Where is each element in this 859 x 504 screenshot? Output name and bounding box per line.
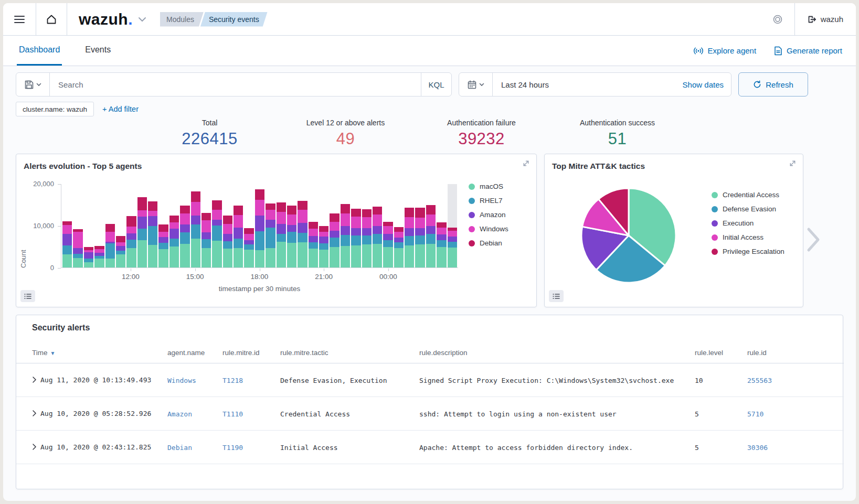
bar-segment-macOS[interactable] xyxy=(169,246,179,267)
add-filter-button[interactable]: + Add filter xyxy=(102,105,139,113)
wazuh-logo[interactable]: wazuh. xyxy=(79,10,133,28)
bar-segment-macOS[interactable] xyxy=(62,254,72,267)
bar-segment-Windows[interactable] xyxy=(255,200,264,215)
bar-segment-RHEL7[interactable] xyxy=(223,241,232,249)
bar-segment-Windows[interactable] xyxy=(191,202,200,215)
bar[interactable] xyxy=(277,184,286,267)
bar-segment-macOS[interactable] xyxy=(362,244,372,267)
bar-segment-Amazon[interactable] xyxy=(309,236,318,242)
bar-segment-macOS[interactable] xyxy=(394,248,404,267)
bar-segment-Debian[interactable] xyxy=(137,197,147,210)
bar[interactable] xyxy=(191,184,200,267)
bar-segment-macOS[interactable] xyxy=(373,244,382,267)
refresh-button[interactable]: Refresh xyxy=(738,72,808,96)
bar-segment-Amazon[interactable] xyxy=(405,228,414,236)
bar-segment-Windows[interactable] xyxy=(277,212,286,224)
bar-segment-RHEL7[interactable] xyxy=(351,235,360,245)
bar-segment-macOS[interactable] xyxy=(415,244,425,267)
agent-name-link[interactable]: Amazon xyxy=(167,410,192,418)
bar-segment-Amazon[interactable] xyxy=(394,238,404,243)
agent-name-link[interactable]: Debian xyxy=(167,444,192,452)
bar-segment-RHEL7[interactable] xyxy=(448,242,457,248)
bar[interactable] xyxy=(437,184,446,267)
tab-dashboard[interactable]: Dashboard xyxy=(17,36,62,66)
bar-segment-RHEL7[interactable] xyxy=(212,226,221,241)
bar-segment-Windows[interactable] xyxy=(223,224,232,234)
bar[interactable] xyxy=(362,184,372,267)
health-status-button[interactable] xyxy=(761,3,794,35)
bar-segment-Amazon[interactable] xyxy=(191,216,200,224)
bar-segment-Amazon[interactable] xyxy=(62,234,72,245)
bar[interactable] xyxy=(405,184,414,267)
kql-toggle-button[interactable]: KQL xyxy=(421,73,451,96)
expand-panel-button[interactable] xyxy=(789,159,797,169)
bar-segment-Debian[interactable] xyxy=(266,203,275,210)
bar-segment-RHEL7[interactable] xyxy=(362,235,372,244)
bar-segment-macOS[interactable] xyxy=(266,248,275,267)
bar-segment-RHEL7[interactable] xyxy=(309,242,318,249)
bar-segment-Amazon[interactable] xyxy=(158,237,168,243)
bar-segment-RHEL7[interactable] xyxy=(405,236,414,245)
legend-item[interactable]: RHEL7 xyxy=(469,194,508,208)
bar-segment-Amazon[interactable] xyxy=(266,220,275,228)
bar-segment-Debian[interactable] xyxy=(394,227,404,232)
bar-segment-RHEL7[interactable] xyxy=(169,239,179,246)
bar[interactable] xyxy=(394,184,404,267)
bar-segment-macOS[interactable] xyxy=(212,241,221,267)
bar-segment-Windows[interactable] xyxy=(212,210,221,219)
sort-by-time-button[interactable]: Time▼ xyxy=(32,349,55,357)
explore-agent-button[interactable]: Explore agent xyxy=(693,46,757,55)
bar[interactable] xyxy=(169,184,179,267)
bar-segment-Amazon[interactable] xyxy=(126,233,136,240)
bar-segment-Amazon[interactable] xyxy=(362,228,372,235)
bar-segment-Debian[interactable] xyxy=(234,206,243,215)
bar-segment-Debian[interactable] xyxy=(277,202,286,212)
bar-segment-Windows[interactable] xyxy=(373,215,382,226)
bar[interactable] xyxy=(202,184,211,267)
bar-segment-RHEL7[interactable] xyxy=(341,235,350,246)
bar[interactable] xyxy=(73,184,82,267)
bar-segment-Windows[interactable] xyxy=(126,227,136,233)
bar-segment-Windows[interactable] xyxy=(341,213,350,226)
bar[interactable] xyxy=(351,184,360,267)
tab-events[interactable]: Events xyxy=(83,36,113,66)
rule-id-link[interactable]: 30306 xyxy=(747,444,768,452)
bar-segment-Amazon[interactable] xyxy=(373,226,382,234)
bar-segment-Windows[interactable] xyxy=(330,222,339,231)
bar-segment-Debian[interactable] xyxy=(244,228,253,234)
bar-segment-RHEL7[interactable] xyxy=(415,235,425,244)
bar-segment-Amazon[interactable] xyxy=(330,231,339,238)
bar-segment-Windows[interactable] xyxy=(202,220,211,232)
bar-segment-Amazon[interactable] xyxy=(448,237,457,242)
bar-segment-RHEL7[interactable] xyxy=(234,239,243,248)
bar-segment-macOS[interactable] xyxy=(383,247,393,267)
bar-segment-Amazon[interactable] xyxy=(116,246,125,251)
bar-segment-macOS[interactable] xyxy=(202,248,211,267)
bar-segment-macOS[interactable] xyxy=(94,259,104,267)
bar-segment-macOS[interactable] xyxy=(255,250,264,267)
bar-segment-macOS[interactable] xyxy=(158,249,168,267)
bar-segment-Debian[interactable] xyxy=(223,216,232,224)
bar-segment-RHEL7[interactable] xyxy=(298,233,307,242)
bar-segment-macOS[interactable] xyxy=(116,254,125,267)
bar-segment-macOS[interactable] xyxy=(351,245,360,267)
bar-segment-Amazon[interactable] xyxy=(234,228,243,239)
bar-segment-Windows[interactable] xyxy=(105,232,115,241)
show-dates-button[interactable]: Show dates xyxy=(683,80,724,89)
filter-pill-cluster-name[interactable]: cluster.name: wazuh xyxy=(16,102,94,116)
bar-segment-Windows[interactable] xyxy=(234,215,243,228)
bar-segment-Windows[interactable] xyxy=(244,234,253,240)
bar-segment-RHEL7[interactable] xyxy=(202,239,211,248)
bar[interactable] xyxy=(373,184,382,267)
bar-segment-Amazon[interactable] xyxy=(223,234,232,241)
bar-segment-RHEL7[interactable] xyxy=(394,242,404,248)
bar-segment-Windows[interactable] xyxy=(62,225,72,234)
bar-segment-Debian[interactable] xyxy=(255,189,264,200)
bar[interactable] xyxy=(180,184,189,267)
bar-segment-Windows[interactable] xyxy=(448,231,457,237)
mitre-id-link[interactable]: T1218 xyxy=(222,377,243,384)
bar-segment-Amazon[interactable] xyxy=(415,228,425,235)
row-expand-button[interactable] xyxy=(32,443,37,452)
bar-segment-Amazon[interactable] xyxy=(84,252,93,258)
bar-segment-Amazon[interactable] xyxy=(212,220,221,226)
